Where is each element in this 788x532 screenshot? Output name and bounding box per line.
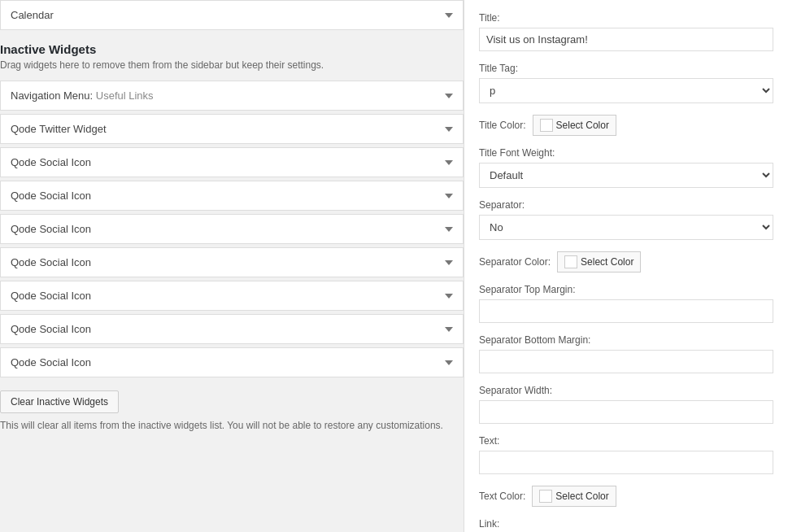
list-item[interactable]: Qode Social Icon	[0, 214, 464, 244]
widget-chevron-icon	[445, 194, 453, 198]
separator-label: Separator:	[479, 199, 773, 211]
calendar-chevron-icon	[445, 13, 453, 18]
right-panel: Title: Title Tag: p h1 h2 h3 h4 h5 h6 Ti…	[464, 0, 788, 532]
text-color-btn-label: Select Color	[555, 491, 608, 502]
separator-select[interactable]: No Yes	[479, 215, 773, 240]
inactive-widgets-desc: Drag widgets here to remove them from th…	[0, 59, 464, 71]
separator-top-margin-input[interactable]	[479, 299, 773, 323]
text-color-label: Text Color:	[479, 491, 525, 502]
inactive-widgets-section: Inactive Widgets Drag widgets here to re…	[0, 42, 464, 439]
list-item[interactable]: Qode Social Icon	[0, 314, 464, 344]
widget-chevron-icon	[445, 227, 453, 232]
text-color-swatch	[539, 490, 552, 503]
separator-field-group: Separator: No Yes	[479, 199, 773, 240]
text-field-group: Text:	[479, 435, 773, 474]
left-panel: Calendar Inactive Widgets Drag widgets h…	[0, 0, 464, 532]
widget-label: Qode Twitter Widget	[11, 123, 107, 135]
separator-color-swatch	[564, 255, 577, 268]
widget-label: Qode Social Icon	[11, 223, 91, 235]
title-field-group: Title:	[479, 12, 773, 51]
text-color-button[interactable]: Select Color	[532, 486, 616, 507]
title-font-weight-label: Title Font Weight:	[479, 147, 773, 159]
text-label: Text:	[479, 435, 773, 447]
list-item[interactable]: Qode Social Icon	[0, 347, 464, 377]
text-color-field-group: Text Color: Select Color	[479, 486, 773, 507]
list-item[interactable]: Qode Social Icon	[0, 281, 464, 311]
separator-width-field-group: Separator Width:	[479, 385, 773, 424]
separator-color-label: Separator Color:	[479, 256, 551, 268]
widget-chevron-icon	[445, 127, 453, 132]
title-color-button[interactable]: Select Color	[533, 115, 616, 136]
calendar-label: Calendar	[11, 9, 54, 21]
title-input[interactable]	[479, 28, 773, 51]
text-color-row: Text Color: Select Color	[479, 486, 773, 507]
widget-list: Navigation Menu: Useful Links Qode Twitt…	[0, 81, 464, 377]
title-color-field-group: Title Color: Select Color	[479, 115, 773, 136]
list-item[interactable]: Qode Twitter Widget	[0, 114, 464, 144]
title-color-row: Title Color: Select Color	[479, 115, 773, 136]
separator-top-margin-label: Separator Top Margin:	[479, 284, 773, 295]
widget-chevron-icon	[445, 327, 453, 332]
widget-chevron-icon	[445, 160, 453, 165]
separator-width-label: Separator Width:	[479, 385, 773, 396]
list-item[interactable]: Qode Social Icon	[0, 147, 464, 177]
widget-suffix: Useful Links	[96, 89, 154, 102]
widget-label: Qode Social Icon	[11, 156, 91, 168]
title-font-weight-field-group: Title Font Weight: Default Normal Bold L…	[479, 147, 773, 188]
separator-color-field-group: Separator Color: Select Color	[479, 251, 773, 273]
separator-width-input[interactable]	[479, 400, 773, 424]
title-color-btn-label: Select Color	[556, 120, 609, 131]
list-item[interactable]: Qode Social Icon	[0, 181, 464, 211]
list-item[interactable]: Navigation Menu: Useful Links	[0, 81, 464, 111]
widget-label: Navigation Menu: Useful Links	[11, 89, 154, 102]
widget-label: Qode Social Icon	[11, 290, 91, 302]
widget-label: Qode Social Icon	[11, 323, 91, 335]
calendar-widget[interactable]: Calendar	[0, 0, 464, 30]
separator-bottom-margin-field-group: Separator Bottom Margin:	[479, 334, 773, 373]
widget-chevron-icon	[445, 94, 453, 98]
list-item[interactable]: Qode Social Icon	[0, 247, 464, 277]
widget-label: Qode Social Icon	[11, 190, 91, 202]
clear-note: This will clear all items from the inact…	[0, 420, 464, 431]
separator-bottom-margin-input[interactable]	[479, 350, 773, 373]
title-tag-select[interactable]: p h1 h2 h3 h4 h5 h6	[479, 78, 773, 103]
clear-inactive-widgets-button[interactable]: Clear Inactive Widgets	[0, 390, 119, 413]
title-tag-field-group: Title Tag: p h1 h2 h3 h4 h5 h6	[479, 63, 773, 103]
title-color-swatch	[540, 119, 553, 132]
link-label: Link:	[479, 518, 773, 530]
inactive-widgets-title: Inactive Widgets	[0, 42, 464, 56]
separator-color-row: Separator Color: Select Color	[479, 251, 773, 273]
title-label: Title:	[479, 12, 773, 24]
separator-bottom-margin-label: Separator Bottom Margin:	[479, 334, 773, 346]
title-color-label: Title Color:	[479, 120, 526, 131]
widget-chevron-icon	[445, 260, 453, 265]
widget-label: Qode Social Icon	[11, 256, 91, 268]
separator-color-button[interactable]: Select Color	[557, 251, 641, 273]
widget-chevron-icon	[445, 294, 453, 299]
link-field-group: Link:	[479, 518, 773, 532]
separator-color-btn-label: Select Color	[581, 256, 633, 268]
title-tag-label: Title Tag:	[479, 63, 773, 74]
separator-top-margin-field-group: Separator Top Margin:	[479, 284, 773, 323]
widget-label: Qode Social Icon	[11, 356, 91, 368]
widget-chevron-icon	[445, 360, 453, 365]
title-font-weight-select[interactable]: Default Normal Bold Lighter Bolder	[479, 163, 773, 188]
text-input[interactable]	[479, 451, 773, 474]
